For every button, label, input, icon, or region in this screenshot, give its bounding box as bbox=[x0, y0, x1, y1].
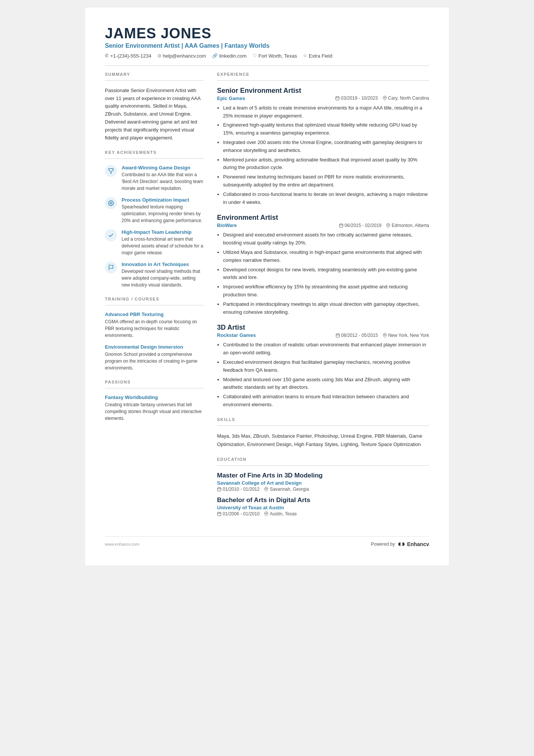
edu-meta-2: 01/2006 - 01/2010 Austin, Texas bbox=[217, 511, 429, 517]
achievement-desc-3: Led a cross-functional art team that del… bbox=[122, 236, 203, 256]
passion-title-1: Fantasy Worldbuilding bbox=[105, 394, 203, 400]
company-2: BioWare bbox=[217, 222, 237, 228]
skills-divider bbox=[217, 426, 429, 426]
achievement-title-2: Process Optimization Impact bbox=[122, 197, 203, 203]
achievements-label: KEY ACHIEVEMENTS bbox=[105, 150, 203, 155]
edu-location-1: Savannah, Georgia bbox=[264, 487, 309, 492]
trophy-icon bbox=[105, 165, 117, 177]
achievement-desc-1: Contributed to an AAA title that won a '… bbox=[122, 171, 203, 192]
footer: www.enhancv.com Powered by Enhancv bbox=[105, 536, 429, 547]
phone-icon: ✆ bbox=[105, 53, 109, 58]
achievement-title-1: Award-Winning Game Design bbox=[122, 165, 203, 171]
achievement-item: Award-Winning Game Design Contributed to… bbox=[105, 165, 203, 192]
company-3: Rockstar Games bbox=[217, 332, 256, 338]
svg-rect-7 bbox=[339, 224, 343, 227]
right-column: EXPERIENCE Senior Environment Artist Epi… bbox=[217, 72, 429, 525]
job-3: 3D Artist Rockstar Games 08/2012 - 05/20… bbox=[217, 324, 429, 409]
bullet: Integrated over 200 assets into the Unre… bbox=[223, 139, 429, 155]
svg-point-16 bbox=[384, 334, 385, 335]
skills-label: SKILLS bbox=[217, 417, 429, 422]
passions-divider bbox=[105, 388, 203, 388]
contact-location: ♡ Fort Worth, Texas bbox=[253, 53, 297, 59]
training-label: TRAINING / COURSES bbox=[105, 297, 203, 301]
education-divider bbox=[217, 465, 429, 466]
training-title-2: Environmental Design Immersion bbox=[105, 344, 203, 350]
enhancv-logo: Enhancv bbox=[397, 541, 429, 547]
bullet: Developed concept designs for new levels… bbox=[223, 266, 429, 282]
svg-point-21 bbox=[266, 488, 267, 489]
settings-icon bbox=[105, 197, 117, 209]
contact-phone: ✆ +1-(234)-555-1234 bbox=[105, 53, 151, 59]
svg-rect-22 bbox=[218, 512, 221, 516]
job-bullets-1: Led a team of 5 artists to create immers… bbox=[217, 104, 429, 207]
passions-section: PASSIONS Fantasy Worldbuilding Creating … bbox=[105, 380, 203, 422]
skills-section: SKILLS Maya, 3ds Max, ZBrush, Substance … bbox=[217, 417, 429, 449]
summary-label: SUMMARY bbox=[105, 72, 203, 77]
achievement-title-3: High-Impact Team Leadership bbox=[122, 229, 203, 235]
education-section: EDUCATION Master of Fine Arts in 3D Mode… bbox=[217, 457, 429, 517]
bullet: Contributed to the creation of realistic… bbox=[223, 341, 429, 357]
edu-dates-1: 01/2010 - 01/2012 bbox=[217, 487, 259, 492]
summary-section: SUMMARY Passionate Senior Environment Ar… bbox=[105, 72, 203, 142]
edu-school-2: University of Texas at Austin bbox=[217, 505, 429, 510]
resume-page: JAMES JONES Senior Environment Artist | … bbox=[85, 8, 449, 565]
edu-degree-1: Master of Fine Arts in 3D Modeling bbox=[217, 472, 429, 479]
location-3: New York, New York bbox=[383, 333, 429, 338]
education-label: EDUCATION bbox=[217, 457, 429, 462]
skills-text: Maya, 3ds Max, ZBrush, Substance Painter… bbox=[217, 432, 429, 449]
svg-point-0 bbox=[110, 202, 112, 204]
bullet: Participated in interdisciplinary meetin… bbox=[223, 301, 429, 316]
achievements-section: KEY ACHIEVEMENTS Award-Winning Game Desi… bbox=[105, 150, 203, 288]
email-icon: ⊙ bbox=[158, 53, 161, 58]
linkedin-icon: 🔗 bbox=[212, 53, 218, 58]
dates-loc-2: 06/2015 - 02/2019 Edmonton, Alberta bbox=[339, 223, 429, 228]
experience-section: EXPERIENCE Senior Environment Artist Epi… bbox=[217, 72, 429, 409]
dates-2: 06/2015 - 02/2019 bbox=[339, 223, 381, 228]
bullet: Executed environment designs that facili… bbox=[223, 358, 429, 374]
dates-loc-3: 08/2012 - 05/2015 New York, New York bbox=[336, 333, 429, 338]
training-section: TRAINING / COURSES Advanced PBR Texturin… bbox=[105, 297, 203, 371]
location-2: Edmonton, Alberta bbox=[386, 223, 429, 228]
candidate-title: Senior Environment Artist | AAA Games | … bbox=[105, 42, 429, 49]
brand-name: Enhancv bbox=[407, 541, 429, 547]
training-desc-1: CGMA offered an in-depth course focusing… bbox=[105, 318, 203, 339]
achievement-item: Innovation in Art Techniques Developed n… bbox=[105, 261, 203, 288]
bullet: Mentored junior artists, providing actio… bbox=[223, 156, 429, 172]
job-2: Environment Artist BioWare 06/2015 - 02/… bbox=[217, 214, 429, 316]
svg-point-11 bbox=[388, 224, 389, 225]
summary-divider bbox=[105, 80, 203, 81]
job-bullets-2: Designed and executed environment assets… bbox=[217, 231, 429, 316]
training-title-1: Advanced PBR Texturing bbox=[105, 311, 203, 317]
location-icon: ♡ bbox=[253, 53, 257, 58]
bullet: Engineered high-quality textures that op… bbox=[223, 121, 429, 137]
summary-text: Passionate Senior Environment Artist wit… bbox=[105, 87, 203, 142]
bullet: Utilized Maya and Substance, resulting i… bbox=[223, 249, 429, 265]
contact-row: ✆ +1-(234)-555-1234 ⊙ help@enhancv.com 🔗… bbox=[105, 53, 429, 59]
achievement-desc-4: Developed novel shading methods that wer… bbox=[122, 268, 203, 288]
achievement-item: Process Optimization Impact Spearheaded … bbox=[105, 197, 203, 224]
experience-divider bbox=[217, 80, 429, 81]
dates-loc-1: 03/2019 - 10/2023 Cary, North Carolina bbox=[335, 95, 429, 101]
bullet: Modeled and textured over 150 game asset… bbox=[223, 376, 429, 392]
job-1: Senior Environment Artist Epic Games 03/… bbox=[217, 87, 429, 207]
experience-label: EXPERIENCE bbox=[217, 72, 429, 77]
achievement-item: High-Impact Team Leadership Led a cross-… bbox=[105, 229, 203, 256]
edu-degree-2: Bachelor of Arts in Digital Arts bbox=[217, 496, 429, 504]
bullet: Led a team of 5 artists to create immers… bbox=[223, 104, 429, 120]
company-1: Epic Games bbox=[217, 95, 245, 101]
bullet: Pioneered new texturing techniques based… bbox=[223, 173, 429, 189]
contact-extra: ☆ Extra Field bbox=[303, 53, 332, 59]
passions-label: PASSIONS bbox=[105, 380, 203, 384]
job-title-3: 3D Artist bbox=[217, 324, 429, 332]
powered-by: Powered by Enhancv bbox=[371, 541, 429, 547]
edu-meta-1: 01/2010 - 01/2012 Savannah, Georgia bbox=[217, 487, 429, 492]
edu-location-2: Austin, Texas bbox=[264, 511, 297, 517]
achievements-divider bbox=[105, 158, 203, 159]
achievement-desc-2: Spearheaded texture mapping optimization… bbox=[122, 203, 203, 224]
edu-item-1: Master of Fine Arts in 3D Modeling Savan… bbox=[217, 472, 429, 492]
job-title-2: Environment Artist bbox=[217, 214, 429, 222]
svg-point-26 bbox=[266, 513, 267, 514]
passion-item-1: Fantasy Worldbuilding Creating intricate… bbox=[105, 394, 203, 422]
candidate-name: JAMES JONES bbox=[105, 26, 429, 42]
footer-website: www.enhancv.com bbox=[105, 542, 139, 546]
